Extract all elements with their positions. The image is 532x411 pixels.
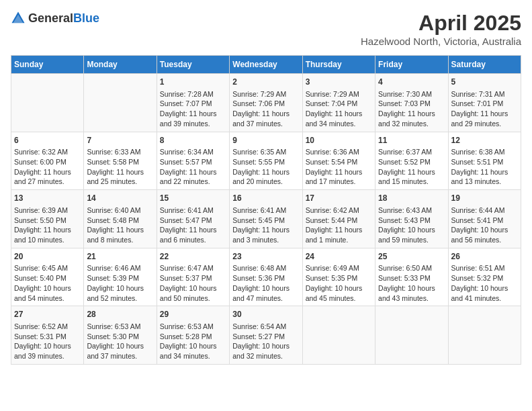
day-number: 26 <box>451 251 518 263</box>
calendar-cell <box>302 306 375 365</box>
calendar-cell: 1Sunrise: 7:28 AM Sunset: 7:07 PM Daylig… <box>157 74 229 132</box>
weekday-header: Monday <box>84 56 157 74</box>
day-info: Sunrise: 6:48 AM Sunset: 5:36 PM Dayligh… <box>232 263 299 303</box>
day-info: Sunrise: 6:54 AM Sunset: 5:27 PM Dayligh… <box>232 322 299 361</box>
day-info: Sunrise: 6:44 AM Sunset: 5:41 PM Dayligh… <box>451 205 518 245</box>
day-number: 4 <box>378 77 445 88</box>
calendar-cell: 9Sunrise: 6:35 AM Sunset: 5:55 PM Daylig… <box>230 132 302 190</box>
day-number: 1 <box>160 77 226 88</box>
weekday-header: Saturday <box>448 56 521 74</box>
day-info: Sunrise: 6:47 AM Sunset: 5:37 PM Dayligh… <box>160 263 226 303</box>
calendar-cell: 12Sunrise: 6:38 AM Sunset: 5:51 PM Dayli… <box>448 132 521 190</box>
day-info: Sunrise: 6:33 AM Sunset: 5:58 PM Dayligh… <box>87 147 153 187</box>
day-number: 27 <box>14 309 81 320</box>
day-number: 9 <box>232 135 299 146</box>
day-number: 6 <box>14 135 81 146</box>
day-info: Sunrise: 6:32 AM Sunset: 6:00 PM Dayligh… <box>14 147 81 187</box>
day-info: Sunrise: 6:53 AM Sunset: 5:28 PM Dayligh… <box>160 322 226 361</box>
calendar-week-row: 20Sunrise: 6:45 AM Sunset: 5:40 PM Dayli… <box>11 248 521 306</box>
day-number: 16 <box>232 193 299 204</box>
calendar-cell: 10Sunrise: 6:36 AM Sunset: 5:54 PM Dayli… <box>302 132 375 190</box>
day-number: 25 <box>378 251 445 263</box>
calendar-cell: 19Sunrise: 6:44 AM Sunset: 5:41 PM Dayli… <box>448 190 521 248</box>
day-number: 18 <box>378 193 445 204</box>
day-info: Sunrise: 7:31 AM Sunset: 7:01 PM Dayligh… <box>451 89 518 129</box>
calendar-cell: 28Sunrise: 6:53 AM Sunset: 5:30 PM Dayli… <box>84 306 157 365</box>
calendar-week-row: 27Sunrise: 6:52 AM Sunset: 5:31 PM Dayli… <box>11 306 521 365</box>
page-title: April 2025 <box>361 11 521 36</box>
day-number: 20 <box>14 251 81 263</box>
day-number: 7 <box>87 135 153 146</box>
calendar-cell: 14Sunrise: 6:40 AM Sunset: 5:48 PM Dayli… <box>84 190 157 248</box>
day-number: 21 <box>87 251 153 263</box>
calendar-cell <box>375 306 448 365</box>
day-info: Sunrise: 6:50 AM Sunset: 5:33 PM Dayligh… <box>378 263 445 303</box>
day-info: Sunrise: 7:29 AM Sunset: 7:04 PM Dayligh… <box>306 89 372 129</box>
day-number: 23 <box>232 251 299 263</box>
day-number: 12 <box>451 135 518 146</box>
calendar-cell: 22Sunrise: 6:47 AM Sunset: 5:37 PM Dayli… <box>157 248 229 306</box>
calendar-cell: 30Sunrise: 6:54 AM Sunset: 5:27 PM Dayli… <box>230 306 302 365</box>
day-number: 30 <box>232 309 299 320</box>
day-info: Sunrise: 7:30 AM Sunset: 7:03 PM Dayligh… <box>378 89 445 129</box>
day-info: Sunrise: 6:42 AM Sunset: 5:44 PM Dayligh… <box>306 205 372 245</box>
calendar-cell: 27Sunrise: 6:52 AM Sunset: 5:31 PM Dayli… <box>11 306 84 365</box>
calendar-cell <box>84 74 157 132</box>
day-number: 28 <box>87 309 153 320</box>
day-info: Sunrise: 6:37 AM Sunset: 5:52 PM Dayligh… <box>378 147 445 187</box>
day-info: Sunrise: 6:46 AM Sunset: 5:39 PM Dayligh… <box>87 263 153 303</box>
calendar-table: SundayMondayTuesdayWednesdayThursdayFrid… <box>11 55 521 365</box>
weekday-header: Friday <box>375 56 448 74</box>
calendar-cell: 15Sunrise: 6:41 AM Sunset: 5:47 PM Dayli… <box>157 190 229 248</box>
day-info: Sunrise: 6:34 AM Sunset: 5:57 PM Dayligh… <box>160 147 226 187</box>
weekday-header-row: SundayMondayTuesdayWednesdayThursdayFrid… <box>11 56 521 74</box>
calendar-cell: 7Sunrise: 6:33 AM Sunset: 5:58 PM Daylig… <box>84 132 157 190</box>
weekday-header: Wednesday <box>230 56 302 74</box>
logo-general: General <box>28 11 73 25</box>
logo-text: GeneralBlue <box>28 11 99 26</box>
day-info: Sunrise: 6:41 AM Sunset: 5:45 PM Dayligh… <box>232 205 299 245</box>
calendar-week-row: 6Sunrise: 6:32 AM Sunset: 6:00 PM Daylig… <box>11 132 521 190</box>
day-number: 15 <box>160 193 226 204</box>
calendar-week-row: 1Sunrise: 7:28 AM Sunset: 7:07 PM Daylig… <box>11 74 521 132</box>
day-number: 8 <box>160 135 226 146</box>
logo: GeneralBlue <box>11 11 99 26</box>
day-number: 11 <box>378 135 445 146</box>
calendar-cell: 5Sunrise: 7:31 AM Sunset: 7:01 PM Daylig… <box>448 74 521 132</box>
day-info: Sunrise: 6:49 AM Sunset: 5:35 PM Dayligh… <box>306 263 372 303</box>
title-section: April 2025 Hazelwood North, Victoria, Au… <box>361 11 521 47</box>
day-info: Sunrise: 6:51 AM Sunset: 5:32 PM Dayligh… <box>451 263 518 303</box>
day-number: 3 <box>306 77 372 88</box>
calendar-cell <box>11 74 84 132</box>
day-number: 10 <box>306 135 372 146</box>
calendar-cell <box>448 306 521 365</box>
calendar-cell: 16Sunrise: 6:41 AM Sunset: 5:45 PM Dayli… <box>230 190 302 248</box>
calendar-cell: 3Sunrise: 7:29 AM Sunset: 7:04 PM Daylig… <box>302 74 375 132</box>
calendar-cell: 13Sunrise: 6:39 AM Sunset: 5:50 PM Dayli… <box>11 190 84 248</box>
day-info: Sunrise: 6:39 AM Sunset: 5:50 PM Dayligh… <box>14 205 81 245</box>
day-info: Sunrise: 7:29 AM Sunset: 7:06 PM Dayligh… <box>232 89 299 129</box>
day-info: Sunrise: 6:53 AM Sunset: 5:30 PM Dayligh… <box>87 322 153 361</box>
day-number: 5 <box>451 77 518 88</box>
calendar-cell: 23Sunrise: 6:48 AM Sunset: 5:36 PM Dayli… <box>230 248 302 306</box>
calendar-cell: 26Sunrise: 6:51 AM Sunset: 5:32 PM Dayli… <box>448 248 521 306</box>
calendar-cell: 29Sunrise: 6:53 AM Sunset: 5:28 PM Dayli… <box>157 306 229 365</box>
calendar-cell: 11Sunrise: 6:37 AM Sunset: 5:52 PM Dayli… <box>375 132 448 190</box>
day-number: 22 <box>160 251 226 263</box>
day-number: 29 <box>160 309 226 320</box>
day-number: 17 <box>306 193 372 204</box>
calendar-cell: 21Sunrise: 6:46 AM Sunset: 5:39 PM Dayli… <box>84 248 157 306</box>
weekday-header: Sunday <box>11 56 84 74</box>
calendar-cell: 24Sunrise: 6:49 AM Sunset: 5:35 PM Dayli… <box>302 248 375 306</box>
calendar-cell: 20Sunrise: 6:45 AM Sunset: 5:40 PM Dayli… <box>11 248 84 306</box>
day-info: Sunrise: 6:35 AM Sunset: 5:55 PM Dayligh… <box>232 147 299 187</box>
calendar-cell: 17Sunrise: 6:42 AM Sunset: 5:44 PM Dayli… <box>302 190 375 248</box>
day-info: Sunrise: 6:36 AM Sunset: 5:54 PM Dayligh… <box>306 147 372 187</box>
day-info: Sunrise: 7:28 AM Sunset: 7:07 PM Dayligh… <box>160 89 226 129</box>
day-info: Sunrise: 6:52 AM Sunset: 5:31 PM Dayligh… <box>14 322 81 361</box>
day-number: 13 <box>14 193 81 204</box>
calendar-week-row: 13Sunrise: 6:39 AM Sunset: 5:50 PM Dayli… <box>11 190 521 248</box>
calendar-cell: 18Sunrise: 6:43 AM Sunset: 5:43 PM Dayli… <box>375 190 448 248</box>
day-number: 2 <box>232 77 299 88</box>
day-info: Sunrise: 6:43 AM Sunset: 5:43 PM Dayligh… <box>378 205 445 245</box>
